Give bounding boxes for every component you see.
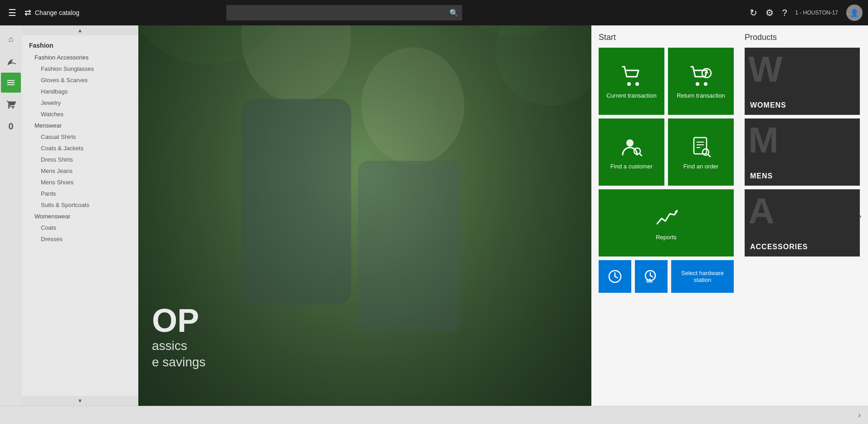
svg-rect-2 xyxy=(241,99,351,305)
find-customer-tile[interactable]: Find a customer xyxy=(599,118,664,186)
start-title: Start xyxy=(599,33,734,42)
time-clock-tile[interactable] xyxy=(599,260,631,293)
nav-item-dresses[interactable]: Dresses xyxy=(22,233,138,245)
find-order-tile[interactable]: Find an order xyxy=(668,118,734,186)
promo-image xyxy=(138,25,591,406)
find-order-label: Find an order xyxy=(680,163,722,170)
nav-item-suits-sportcoats[interactable]: Suits & Sportcoats xyxy=(22,199,138,211)
time-detail-tile[interactable] xyxy=(635,260,668,293)
return-transaction-tile[interactable]: Return transaction xyxy=(668,48,734,115)
nav-subcategory-menswear[interactable]: Menswear xyxy=(22,120,138,131)
nav-subcategory-womenswear[interactable]: Womenswear xyxy=(22,211,138,222)
nav-item-pants[interactable]: Pants xyxy=(22,188,138,199)
svg-point-1 xyxy=(241,25,351,102)
start-tiles-grid: Current transaction Return transaction xyxy=(599,48,734,256)
top-bar: ☰ ⇄ Change catalog 🔍 ↻ ⚙ ? 1 - HOUSTON-1… xyxy=(0,0,868,25)
products-section: Products W WOMENS M MENS A ACCESSORIES › xyxy=(741,25,863,406)
promo-sub-text-2: e savings xyxy=(152,355,205,370)
sidebar-wrapper: ⌂ 0 ▲ Fashion Fashion Accessories Fa xyxy=(0,25,138,406)
change-catalog-button[interactable]: ⇄ Change catalog xyxy=(24,8,79,18)
svg-line-26 xyxy=(615,276,618,278)
sidebar-nav: Fashion Fashion Accessories Fashion Sung… xyxy=(22,35,138,396)
nav-item-gloves-scarves[interactable]: Gloves & Scarves xyxy=(22,74,138,86)
select-hardware-station-tile[interactable]: Select hardware station xyxy=(671,260,734,293)
svg-point-10 xyxy=(696,82,699,86)
nav-item-coats[interactable]: Coats xyxy=(22,222,138,233)
svg-line-15 xyxy=(639,153,642,156)
sidebar-icon-cart[interactable] xyxy=(1,94,21,114)
svg-line-21 xyxy=(708,154,710,157)
reports-tile[interactable]: Reports xyxy=(599,189,734,256)
nav-subcategory-fashion-accessories[interactable]: Fashion Accessories xyxy=(22,52,138,63)
current-transaction-label: Current transaction xyxy=(603,92,660,99)
reports-label: Reports xyxy=(652,234,680,241)
refresh-icon[interactable]: ↻ xyxy=(750,7,757,18)
sidebar-icon-menu[interactable] xyxy=(1,73,21,93)
search-input[interactable] xyxy=(226,5,462,20)
sidebar: ⌂ 0 ▲ Fashion Fashion Accessories Fa xyxy=(0,25,138,406)
small-tiles-row: Select hardware station xyxy=(599,260,734,293)
promo-sub-text-1: assics xyxy=(152,339,205,353)
scroll-down-arrow[interactable]: ▼ xyxy=(22,396,138,406)
nav-item-dress-shirts[interactable]: Dress Shirts xyxy=(22,154,138,165)
user-info: 1 - HOUSTON-17 xyxy=(795,10,838,16)
nav-item-handbags[interactable]: Handbags xyxy=(22,86,138,97)
mens-big-letter: M xyxy=(748,122,779,158)
nav-item-jewelry[interactable]: Jewelry xyxy=(22,97,138,108)
promo-big-text: OP xyxy=(152,304,205,337)
womens-label: WOMENS xyxy=(750,101,786,109)
svg-point-8 xyxy=(627,82,631,86)
svg-line-29 xyxy=(650,276,653,277)
sidebar-icon-home[interactable]: ⌂ xyxy=(1,29,21,49)
sidebar-icon-products[interactable] xyxy=(1,51,21,71)
svg-point-9 xyxy=(635,82,639,86)
products-nav-arrow[interactable]: › xyxy=(858,211,862,221)
current-transaction-tile[interactable]: Current transaction xyxy=(599,48,664,115)
help-icon[interactable]: ? xyxy=(782,8,787,18)
scroll-up-arrow[interactable]: ▲ xyxy=(22,25,138,35)
bottom-nav-arrow[interactable]: › xyxy=(858,410,861,420)
svg-point-3 xyxy=(361,47,464,164)
accessories-big-letter: A xyxy=(748,193,775,229)
svg-point-6 xyxy=(447,25,585,37)
product-tile-accessories[interactable]: A ACCESSORIES xyxy=(745,189,860,256)
svg-rect-16 xyxy=(694,138,707,154)
womens-big-letter: W xyxy=(748,51,783,88)
search-icon: 🔍 xyxy=(449,9,458,17)
mens-label: MENS xyxy=(750,172,773,180)
start-section: Start Current transaction xyxy=(591,25,741,406)
main-layout: ⌂ 0 ▲ Fashion Fashion Accessories Fa xyxy=(0,25,868,406)
svg-rect-4 xyxy=(358,161,461,332)
nav-item-casual-shirts[interactable]: Casual Shirts xyxy=(22,131,138,143)
user-store: 1 - HOUSTON-17 xyxy=(795,10,838,16)
svg-rect-0 xyxy=(138,25,591,406)
nav-category-fashion[interactable]: Fashion xyxy=(22,39,138,52)
avatar: 👤 xyxy=(846,5,863,21)
svg-point-5 xyxy=(138,25,289,64)
svg-point-13 xyxy=(626,139,634,147)
svg-point-11 xyxy=(704,82,707,86)
top-bar-right: ↻ ⚙ ? 1 - HOUSTON-17 👤 xyxy=(750,5,863,21)
svg-point-7 xyxy=(495,25,591,106)
nav-item-mens-jeans[interactable]: Mens Jeans xyxy=(22,165,138,177)
hamburger-menu[interactable]: ☰ xyxy=(5,5,19,21)
nav-item-fashion-sunglasses[interactable]: Fashion Sunglasses xyxy=(22,63,138,74)
sidebar-icon-badge[interactable]: 0 xyxy=(1,116,21,136)
find-customer-label: Find a customer xyxy=(607,163,656,170)
products-title: Products xyxy=(745,33,860,42)
promo-text: OP assics e savings xyxy=(152,304,205,370)
catalog-arrows-icon: ⇄ xyxy=(24,8,31,18)
search-bar: 🔍 xyxy=(226,5,462,20)
settings-icon[interactable]: ⚙ xyxy=(766,7,774,18)
product-tile-mens[interactable]: M MENS xyxy=(745,118,860,186)
nav-item-mens-shoes[interactable]: Mens Shoes xyxy=(22,177,138,188)
nav-item-watches[interactable]: Watches xyxy=(22,108,138,120)
nav-item-coats-jackets[interactable]: Coats & Jackets xyxy=(22,143,138,154)
right-panel: Start Current transaction xyxy=(591,25,868,406)
catalog-label: Change catalog xyxy=(35,9,79,16)
product-tile-womens[interactable]: W WOMENS xyxy=(745,48,860,115)
return-transaction-label: Return transaction xyxy=(673,92,728,99)
promo-area: OP assics e savings xyxy=(138,25,591,406)
bottom-bar: › xyxy=(0,406,868,424)
sidebar-icon-rail: ⌂ 0 xyxy=(0,25,22,406)
